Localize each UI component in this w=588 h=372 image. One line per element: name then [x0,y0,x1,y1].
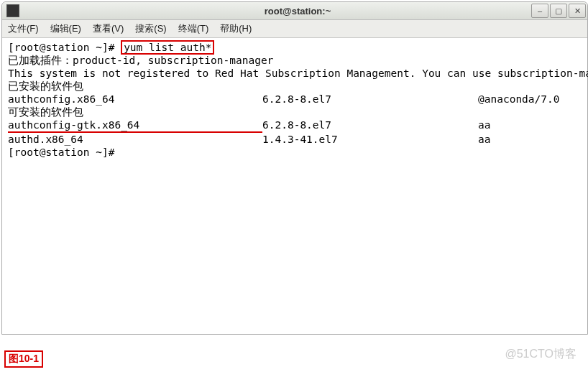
shell-prompt: [root@station ~]# [8,42,121,53]
package-row: authconfig-gtk.x86_646.2.8-8.el7aa [8,118,569,133]
watermark: @51CTO博客 [505,347,576,362]
menubar: 文件(F) 编辑(E) 查看(V) 搜索(S) 终端(T) 帮助(H) [2,20,587,38]
package-repo: aa [478,118,569,133]
package-repo: aa [478,133,569,146]
window-controls: – ▢ ✕ [530,4,586,18]
menu-search[interactable]: 搜索(S) [129,22,172,35]
package-name: authconfig.x86_64 [8,93,262,106]
menu-terminal[interactable]: 终端(T) [173,22,215,35]
minimize-button[interactable]: – [531,4,548,18]
output-line: 已加载插件：product-id, subscription-manager [8,55,273,66]
section-header-available: 可安装的软件包 [8,106,83,118]
menu-help[interactable]: 帮助(H) [214,22,257,35]
section-header-installed: 已安装的软件包 [8,80,83,92]
package-version: 6.2.8-8.el7 [262,118,478,133]
package-row: authd.x86_641.4.3-41.el7aa [8,133,569,146]
maximize-button[interactable]: ▢ [550,4,567,18]
package-name: authd.x86_64 [8,133,262,146]
output-line: This system is not registered to Red Hat… [8,68,588,79]
package-version: 6.2.8-8.el7 [262,93,478,106]
menu-view[interactable]: 查看(V) [87,22,129,35]
package-version: 1.4.3-41.el7 [262,133,478,146]
titlebar[interactable]: root@station:~ – ▢ ✕ [2,2,587,20]
figure-label: 图10-1 [4,350,43,368]
command-highlight: yum list auth* [121,40,214,55]
menu-file[interactable]: 文件(F) [2,22,45,35]
close-button[interactable]: ✕ [569,4,586,18]
shell-prompt: [root@station ~]# [8,147,121,158]
package-name: authconfig-gtk.x86_64 [8,118,262,133]
package-row: authconfig.x86_646.2.8-8.el7@anaconda/7.… [8,93,569,106]
package-repo: @anaconda/7.0 [478,93,569,106]
terminal-output[interactable]: [root@station ~]# yum list auth* 已加载插件：p… [2,38,587,334]
window-title: root@station:~ [8,6,587,17]
terminal-window: root@station:~ – ▢ ✕ 文件(F) 编辑(E) 查看(V) 搜… [1,1,588,335]
menu-edit[interactable]: 编辑(E) [45,22,87,35]
